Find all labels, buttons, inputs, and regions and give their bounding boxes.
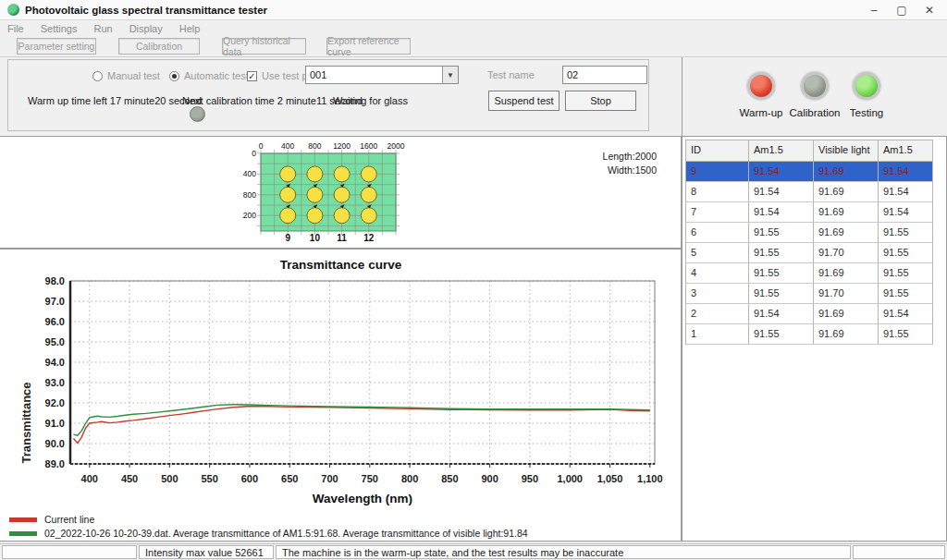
svg-text:1,050: 1,050 [597,473,623,484]
svg-text:400: 400 [81,473,98,484]
table-cell: 91.69 [814,304,879,324]
table-row[interactable]: 391.5591.7091.55 [686,284,933,304]
svg-text:94.0: 94.0 [45,357,65,368]
table-row[interactable]: 191.5591.6991.55 [686,324,933,345]
legend-item-current: Current line [9,514,94,525]
table-cell: 5 [686,243,749,263]
table-row[interactable]: 991.5491.6991.54 [686,162,933,182]
toolbar-query-historical-data[interactable]: Query historical data [222,38,306,55]
control-panel: Manual test Automatic test ✓ Use test pa… [0,57,682,136]
table-row[interactable]: 691.5591.6991.55 [686,223,933,243]
svg-text:750: 750 [362,473,378,484]
transmittance-chart: 89.090.091.092.093.094.095.096.097.098.0… [2,274,680,511]
menu-help[interactable]: Help [179,23,201,34]
table-row[interactable]: 491.5591.6991.55 [686,263,933,284]
svg-text:1,000: 1,000 [557,473,583,484]
test-name-input[interactable]: 02 [562,66,647,84]
svg-text:92.0: 92.0 [45,397,65,408]
suspend-test-button[interactable]: Suspend test [488,91,560,111]
table-cell: 91.55 [879,284,933,304]
table-cell: 9 [686,162,749,182]
manual-test-label: Manual test [107,70,160,81]
table-cell: 91.70 [814,243,879,263]
toolbar: Parameter settingCalibrationQuery histor… [0,36,947,57]
table-header-visible-light[interactable]: Visible light [814,140,879,162]
svg-text:400: 400 [281,141,294,151]
table-cell: 91.54 [749,162,814,182]
svg-text:Wavelength (nm): Wavelength (nm) [313,492,412,505]
glass-width-label: Width:1500 [601,164,657,177]
results-table: IDAm1.5Visible lightAm1.5991.5491.6991.5… [685,140,933,345]
table-cell: 8 [686,182,749,202]
table-cell: 4 [686,263,749,284]
table-row[interactable]: 791.5491.6991.54 [686,202,933,223]
svg-text:450: 450 [121,473,138,484]
table-header-am1-5[interactable]: Am1.5 [749,140,814,162]
chart-panel: Transmittance curve Transmittance 89.090… [0,249,682,542]
table-cell: 91.69 [814,182,879,202]
glass-size-labels: Length:2000 Width:1500 [601,150,657,177]
light-label-calibration: Calibration [790,107,841,118]
svg-text:90.0: 90.0 [45,438,65,449]
svg-text:10: 10 [310,233,321,243]
table-cell: 3 [686,284,749,304]
svg-text:96.0: 96.0 [45,316,65,327]
menu-run[interactable]: Run [93,23,112,34]
table-cell: 91.54 [749,304,814,324]
table-cell: 1 [686,324,749,345]
close-button[interactable]: ✕ [916,1,943,19]
table-header-am1-5[interactable]: Am1.5 [879,140,933,162]
table-cell: 91.55 [879,243,933,263]
svg-text:89.0: 89.0 [45,458,65,469]
svg-text:0: 0 [252,149,256,158]
minimize-button[interactable]: – [860,1,888,19]
warmup-time-text: Warm up time left 17 minute20 second [28,95,202,106]
stop-button[interactable]: Stop [565,91,636,111]
svg-text:700: 700 [321,473,338,484]
light-label-warm-up: Warm-up [740,107,783,118]
menu-display[interactable]: Display [129,23,163,34]
table-row[interactable]: 291.5491.6991.54 [686,304,933,324]
table-cell: 91.54 [749,182,814,202]
table-cell: 91.54 [879,182,933,202]
table-cell: 91.69 [814,324,879,345]
table-row[interactable]: 891.5491.6991.54 [686,182,933,202]
manual-test-radio[interactable] [92,71,103,81]
table-cell: 91.55 [879,223,933,243]
maximize-button[interactable]: ▢ [888,1,916,19]
light-calibration [801,72,829,100]
svg-text:900: 900 [481,473,498,484]
svg-text:91.0: 91.0 [45,418,65,429]
automatic-test-radio[interactable] [169,71,179,81]
table-row[interactable]: 591.5591.7091.55 [686,243,933,263]
svg-text:1600: 1600 [360,141,377,151]
table-cell: 91.55 [749,243,814,263]
svg-text:400: 400 [243,169,256,178]
table-cell: 6 [686,223,749,243]
table-header-id[interactable]: ID [686,140,749,162]
chevron-down-icon[interactable]: ▼ [442,67,458,83]
table-cell: 91.55 [749,263,814,284]
test-path-combobox[interactable]: 001 ▼ [305,66,459,84]
svg-text:1,100: 1,100 [637,473,663,484]
toolbar-calibration[interactable]: Calibration [118,38,200,55]
window-title: Photovoltaic glass spectral transmittanc… [25,5,267,16]
svg-text:650: 650 [281,473,298,484]
svg-text:800: 800 [401,473,418,484]
legend-swatch-reference [9,531,37,536]
menu-bar: FileSettingsRunDisplayHelp [0,20,947,36]
menu-settings[interactable]: Settings [41,23,78,34]
use-test-path-checkbox[interactable]: ✓ [247,71,257,81]
glass-layout-diagram: 0400800120016002000040080012009101112 [242,140,411,246]
table-cell: 91.69 [814,202,879,223]
toolbar-parameter-setting[interactable]: Parameter setting [17,38,96,55]
svg-text:97.0: 97.0 [45,296,65,307]
menu-file[interactable]: File [7,23,24,34]
table-cell: 91.55 [749,223,814,243]
svg-text:0: 0 [259,141,264,151]
table-cell: 91.69 [814,223,879,243]
toolbar-export-reference-curve[interactable]: Export reference curve [326,38,411,55]
svg-text:550: 550 [201,473,217,484]
svg-text:12: 12 [363,233,375,243]
test-name-label: Test name [487,69,535,80]
